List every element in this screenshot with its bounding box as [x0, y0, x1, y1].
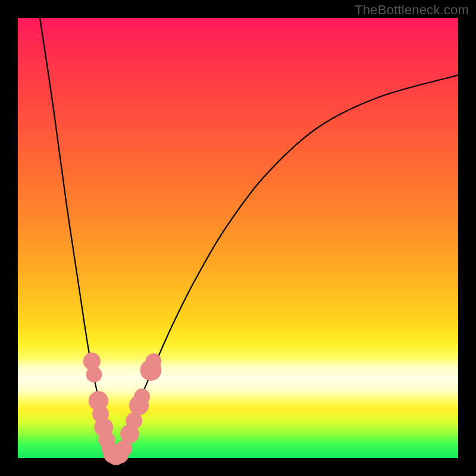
- sample-point: [134, 389, 150, 405]
- plot-area: [18, 18, 458, 458]
- left-branch-curve: [40, 18, 115, 458]
- marker-layer: [83, 353, 162, 465]
- watermark-text: TheBottleneck.com: [355, 2, 469, 18]
- sample-point: [146, 353, 162, 369]
- sample-point: [86, 367, 102, 383]
- right-branch-curve: [115, 75, 458, 458]
- outer-frame: TheBottleneck.com: [0, 0, 476, 476]
- chart-svg: [18, 18, 458, 458]
